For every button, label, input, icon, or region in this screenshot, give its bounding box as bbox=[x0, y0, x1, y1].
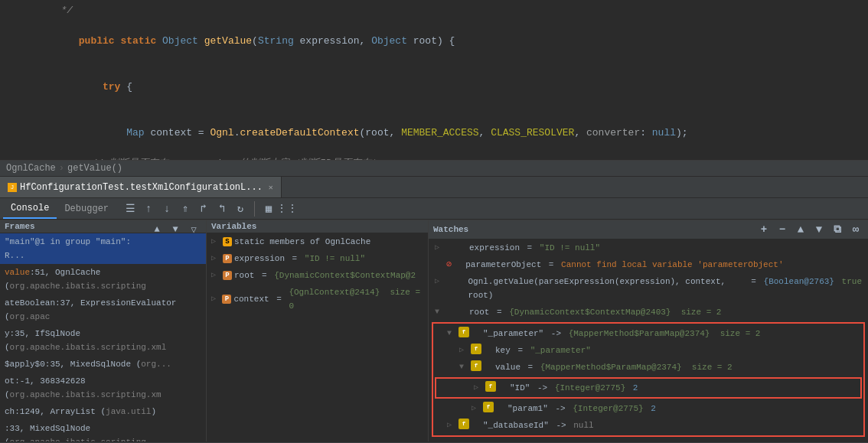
watch-item: ▷ f "ID" -> {Integer@2775} 2 bbox=[437, 379, 860, 396]
down-icon[interactable]: ↓ bbox=[159, 201, 175, 217]
code-content: public static Object getValue(String exp… bbox=[40, 18, 868, 64]
restart-icon[interactable]: ↻ bbox=[233, 201, 248, 217]
frame-item[interactable]: :33, MixedSqlNode (org.apache.ibatis.scr… bbox=[0, 420, 206, 441]
var-expand[interactable]: ▷ bbox=[211, 235, 220, 249]
frames-filter-icon[interactable]: ▽ bbox=[186, 222, 201, 237]
field-icon: f bbox=[458, 327, 469, 337]
remove-watch-icon[interactable]: − bbox=[775, 222, 790, 237]
frame-item[interactable]: y:35, IfSqlNode (org.apache.ibatis.scrip… bbox=[0, 325, 206, 356]
inner-red-box: ▷ f "ID" -> {Integer@2775} 2 bbox=[435, 377, 862, 399]
code-line: // 判断是否存在 expression 的判断内容（判断ID是否存在） bbox=[0, 156, 868, 161]
list-view-icon[interactable]: ☰ bbox=[122, 201, 138, 217]
watch-expand[interactable]: ▼ bbox=[435, 305, 444, 319]
watches-panel: Watches + − ▲ ▼ ⧉ ∞ ▷ expression = "ID !… bbox=[429, 220, 868, 441]
code-content: try { bbox=[40, 64, 868, 110]
watch-expand[interactable]: ▷ bbox=[472, 402, 481, 415]
watch-expand[interactable]: ▷ bbox=[447, 419, 456, 432]
tab-console[interactable]: Console bbox=[3, 198, 57, 219]
var-item: ▷ P context = {OgnlContext@2414} size = … bbox=[207, 284, 428, 314]
vars-panel-header: Variables bbox=[207, 220, 428, 233]
field-icon: f bbox=[471, 344, 481, 354]
watches-panel-header: Watches + − ▲ ▼ ⧉ ∞ bbox=[429, 220, 868, 239]
watch-item: ⊘ parameterObject = Cannot find local va… bbox=[429, 256, 868, 273]
watch-expand[interactable]: ▼ bbox=[459, 360, 468, 374]
watch-expand[interactable]: ▷ bbox=[459, 344, 468, 357]
error-icon: ⊘ bbox=[446, 258, 452, 272]
add-watch-icon[interactable]: + bbox=[756, 222, 772, 237]
var-expand[interactable]: ▷ bbox=[211, 252, 220, 265]
var-item: ▷ P root = {DynamicContext$ContextMap@2 bbox=[207, 267, 428, 284]
watch-expand[interactable]: ▷ bbox=[435, 275, 443, 288]
code-content: // 判断是否存在 expression 的判断内容（判断ID是否存在） bbox=[40, 156, 868, 161]
var-icon-param: P bbox=[223, 271, 232, 280]
field-icon: f bbox=[483, 402, 494, 412]
watch-expand[interactable]: ▷ bbox=[435, 241, 444, 255]
frame-item[interactable]: "main"@1 in group "main": R... bbox=[0, 233, 206, 264]
frame-item[interactable]: value:51, OgnlCache (org.apache.ibatis.s… bbox=[0, 264, 206, 295]
up-watch-icon[interactable]: ▲ bbox=[793, 222, 808, 237]
watch-expand[interactable]: ▷ bbox=[474, 381, 483, 395]
step-into-icon[interactable]: ↱ bbox=[196, 201, 211, 217]
field-icon: f bbox=[471, 360, 481, 371]
code-content: Map context = Ognl.createDefaultContext(… bbox=[40, 110, 868, 156]
var-expand[interactable]: ▷ bbox=[211, 269, 220, 282]
tab-label: HfConfigurationTest.testXmlConfiguration… bbox=[20, 182, 263, 193]
code-line: */ bbox=[0, 3, 868, 18]
step-out-icon[interactable]: ↰ bbox=[214, 201, 230, 217]
code-line: try { bbox=[0, 64, 868, 110]
breadcrumb: OgnlCache › getValue() bbox=[0, 161, 868, 177]
settings-watch-icon[interactable]: ∞ bbox=[848, 222, 863, 237]
watch-item: ▷ f "param1" -> {Integer@2775} 2 bbox=[435, 400, 862, 417]
table-icon[interactable]: ▦ bbox=[261, 201, 276, 217]
watch-item: ▷ expression = "ID != null" bbox=[429, 239, 868, 256]
tab-debugger[interactable]: Debugger bbox=[57, 198, 116, 219]
frame-item[interactable]: ateBoolean:37, ExpressionEvaluator (org.… bbox=[0, 295, 206, 325]
copy-watch-icon[interactable]: ⧉ bbox=[830, 222, 845, 237]
frame-item[interactable]: ch:1249, ArrayList (java.util) bbox=[0, 403, 206, 420]
var-item: ▷ S static members of OgnlCache bbox=[207, 233, 428, 250]
watch-item: ▷ f "_databaseId" -> null bbox=[435, 417, 862, 434]
watch-item: ▼ f "_parameter" -> {MapperMethod$ParamM… bbox=[435, 325, 862, 342]
watch-item: ▷ Ognl.getValue(parseExpression(expressi… bbox=[429, 273, 868, 304]
file-icon: J bbox=[8, 183, 17, 192]
frames-panel: Frames ▲ ▼ ▽ "main"@1 in group "main": R… bbox=[0, 220, 207, 441]
watch-item: ▷ f key = "_parameter" bbox=[435, 342, 862, 359]
step-over-icon[interactable]: ⇑ bbox=[178, 201, 193, 217]
down-watch-icon[interactable]: ▼ bbox=[811, 222, 827, 237]
field-icon: f bbox=[485, 381, 496, 392]
toolbar-separator bbox=[254, 201, 255, 217]
frames-up-icon[interactable]: ▲ bbox=[149, 222, 165, 237]
var-icon-param: P bbox=[223, 254, 232, 263]
watch-expand[interactable]: ▼ bbox=[447, 327, 456, 340]
code-line: Map context = Ognl.createDefaultContext(… bbox=[0, 110, 868, 156]
var-expand[interactable]: ▷ bbox=[211, 292, 220, 306]
tab-bar: J HfConfigurationTest.testXmlConfigurati… bbox=[0, 177, 868, 198]
tab-close-icon[interactable]: ✕ bbox=[269, 183, 273, 192]
code-editor: */ public static Object getValue(String … bbox=[0, 0, 868, 161]
file-tab[interactable]: J HfConfigurationTest.testXmlConfigurati… bbox=[0, 177, 282, 197]
watch-item: ▼ root = {DynamicContext$ContextMap@2403… bbox=[429, 304, 868, 321]
var-item: ▷ P expression = "ID != null" bbox=[207, 250, 428, 267]
code-line: public static Object getValue(String exp… bbox=[0, 18, 868, 64]
frame-item[interactable]: $apply$0:35, MixedSqlNode (org... bbox=[0, 356, 206, 373]
var-icon-param: P bbox=[222, 295, 231, 304]
bottom-panels: Frames ▲ ▼ ▽ "main"@1 in group "main": R… bbox=[0, 220, 868, 441]
frames-down-icon[interactable]: ▼ bbox=[168, 222, 183, 237]
frames-panel-header: Frames ▲ ▼ ▽ bbox=[0, 220, 206, 233]
watch-item: ▼ f value = {MapperMethod$ParamMap@2374}… bbox=[435, 359, 862, 376]
red-box: ▼ f "_parameter" -> {MapperMethod$ParamM… bbox=[432, 322, 865, 437]
vars-panel: Variables ▷ S static members of OgnlCach… bbox=[207, 220, 429, 441]
var-icon-static: S bbox=[223, 237, 232, 246]
breadcrumb-item: getValue() bbox=[67, 163, 122, 174]
breadcrumb-item: OgnlCache bbox=[6, 163, 56, 174]
columns-icon[interactable]: ⋮⋮ bbox=[279, 201, 295, 217]
frame-item[interactable]: ot:-1, 368342628 (org.apache.ibatis.scri… bbox=[0, 373, 206, 403]
field-icon: f bbox=[458, 419, 469, 429]
up-icon[interactable]: ↑ bbox=[141, 201, 156, 217]
code-content: */ bbox=[40, 3, 868, 18]
panel-tabs: Console Debugger ☰ ↑ ↓ ⇑ ↱ ↰ ↻ ▦ ⋮⋮ bbox=[0, 198, 868, 220]
